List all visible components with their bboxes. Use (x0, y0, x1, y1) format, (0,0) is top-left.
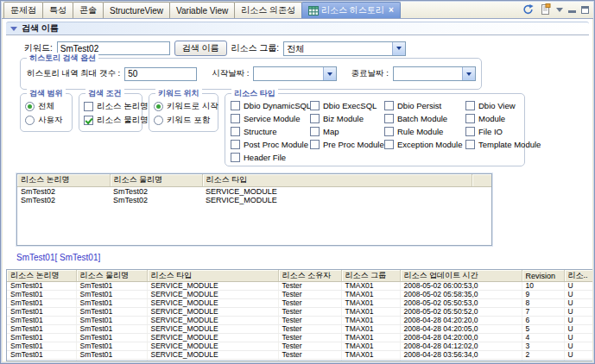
view-tab[interactable]: 특성 (42, 2, 73, 18)
checkbox-icon (84, 116, 93, 125)
search-scope-title: 검색 범위 (27, 88, 66, 99)
table-row[interactable]: SmTest01 SmTest01 SERVICE_MODULE Tester … (7, 334, 592, 342)
cell-logical-name: SmTest01 (7, 325, 76, 334)
table-row[interactable]: SmTest01 SmTest01 SERVICE_MODULE Tester … (7, 291, 592, 299)
column-header[interactable]: 리소스 업데이트 시간 (400, 270, 522, 282)
checkbox-option[interactable]: File IO (465, 127, 535, 136)
checkbox-option[interactable]: Dbio Persist (384, 101, 462, 110)
cell-physical-name: SmTest01 (76, 334, 147, 342)
maximize-icon[interactable] (581, 6, 589, 14)
checkbox-option[interactable]: Pre Proc Module (310, 140, 381, 149)
view-tab[interactable]: 리소스 히스토리 × (301, 2, 401, 18)
checkbox-option[interactable]: Map (310, 127, 381, 136)
cell-physical-name: SmTest02 (110, 196, 202, 204)
view-tab[interactable]: 콘솔 (73, 2, 104, 18)
radio-option[interactable]: 키워드 포함 (154, 115, 213, 126)
checkbox-option[interactable]: Service Module (231, 114, 307, 123)
column-header[interactable]: 리소스 논리명 (17, 174, 110, 186)
column-header[interactable]: 리소.. (564, 270, 592, 282)
radio-option[interactable]: 사용자 (25, 115, 67, 126)
view-tab[interactable]: Variable View (169, 2, 235, 18)
radio-option[interactable]: 전체 (25, 101, 67, 112)
table-row[interactable]: SmTest01 SmTest01 SERVICE_MODULE Tester … (7, 351, 592, 360)
column-header[interactable]: 리소스 타입 (202, 174, 472, 186)
cell-physical-name: SmTest01 (76, 291, 147, 299)
refresh-icon[interactable] (522, 3, 535, 16)
view-menu-icon[interactable] (556, 8, 563, 12)
checkbox-option[interactable]: Structure (231, 127, 307, 136)
history-options-title: 히스토리 검색 옵션 (27, 53, 98, 64)
option-label: Header File (244, 153, 286, 162)
collapse-chevron-icon[interactable] (10, 27, 17, 31)
table-row[interactable]: SmTest01 SmTest01 SERVICE_MODULE Tester … (7, 325, 592, 334)
checkbox-icon (384, 101, 394, 110)
cell-owner: Tester (278, 291, 341, 299)
table-row[interactable]: SmTest01 SmTest01 SERVICE_MODULE Tester … (7, 317, 592, 325)
column-header[interactable] (472, 174, 491, 186)
checkbox-option[interactable]: Dbio View (465, 101, 535, 110)
table-row[interactable]: SmTest02 SmTest02 SERVICE_MODULE (17, 186, 491, 196)
cell-updated-time: 2008-04-28 04:20:05,0 (400, 325, 522, 334)
column-header[interactable]: 리소스 그룹 (341, 270, 400, 282)
table-row[interactable]: SmTest01 SmTest01 SERVICE_MODULE Tester … (7, 299, 592, 308)
checkbox-option[interactable]: Dbio DynamicSQL (231, 101, 307, 110)
cell-logical-name: SmTest01 (7, 351, 76, 360)
history-options-group: 히스토리 검색 옵션 히스토리 내역 최대 갯수 : 시작날짜 : 종료날짜 : (20, 58, 482, 90)
checkbox-option[interactable]: Batch Module (384, 114, 462, 123)
close-icon[interactable]: × (387, 6, 394, 15)
resource-type-options: Dbio DynamicSQL Dbio ExecSQL Dbio Persis… (225, 94, 524, 166)
section-title: 검색 이름 (22, 22, 59, 35)
cell-logical-name: SmTest02 (17, 196, 110, 204)
table-row[interactable]: SmTest01 SmTest01 SERVICE_MODULE Tester … (7, 360, 592, 362)
cell-updated-time: 2008-04-28 04:12:02,0 (400, 342, 522, 351)
cell-physical-name: SmTest01 (76, 282, 147, 291)
checkbox-option[interactable]: Biz Module (310, 114, 381, 123)
checkbox-option[interactable]: Exception Module (384, 140, 462, 149)
column-header[interactable]: 리소스 물리명 (110, 174, 202, 186)
column-header[interactable]: 리소스 타입 (147, 270, 278, 282)
end-date-select[interactable] (393, 66, 476, 81)
link-with-editor-icon[interactable] (540, 3, 551, 16)
checkbox-option[interactable]: Post Proc Module (231, 140, 307, 149)
minimize-icon[interactable] (568, 6, 576, 13)
view-tab[interactable]: StructureView (103, 2, 170, 18)
keyword-position-options: 키워드로 시작 키워드 포함 (149, 101, 218, 126)
cell-empty (472, 186, 491, 196)
dropdown-arrow-icon[interactable] (323, 67, 336, 80)
table-row[interactable]: SmTest01 SmTest01 SERVICE_MODULE Tester … (7, 308, 592, 317)
dropdown-arrow-icon[interactable] (392, 42, 405, 55)
option-label: Post Proc Module (244, 140, 308, 149)
cell-owner: Tester (278, 342, 341, 351)
start-date-select[interactable] (253, 66, 336, 81)
column-header[interactable]: 리소스 소유자 (278, 270, 341, 282)
history-header-row: 리소스 논리명리소스 물리명리소스 타입리소스 소유자리소스 그룹리소스 업데이… (7, 270, 592, 282)
resource-group-select[interactable]: 전체 (283, 41, 406, 56)
radio-option[interactable]: 키워드로 시작 (154, 101, 213, 112)
checkbox-option[interactable]: 리소스 물리명 (84, 115, 137, 126)
cell-group: TMAX01 (341, 308, 400, 317)
cell-group: TMAX01 (341, 282, 400, 291)
table-row[interactable]: SmTest01 SmTest01 SERVICE_MODULE Tester … (7, 282, 592, 291)
checkbox-option[interactable]: Module (465, 114, 535, 123)
cell-resource-type: SERVICE_MODULE (147, 325, 278, 334)
search-name-button[interactable]: 검색 이름 (174, 41, 227, 56)
checkbox-option[interactable]: Dbio ExecSQL (310, 101, 381, 110)
cell-physical-name: SmTest01 (76, 325, 147, 334)
column-header[interactable]: 리소스 물리명 (76, 270, 147, 282)
max-count-input[interactable] (124, 67, 197, 81)
tab-label: 문제점 (10, 4, 36, 16)
table-row[interactable]: SmTest01 SmTest01 SERVICE_MODULE Tester … (7, 342, 592, 351)
cell-owner: Tester (278, 360, 341, 362)
dropdown-arrow-icon[interactable] (462, 67, 475, 80)
checkbox-option[interactable]: Header File (231, 153, 307, 162)
view-tab[interactable]: 리소스 의존성 (234, 2, 302, 18)
cell-group: TMAX01 (341, 291, 400, 299)
table-row[interactable]: SmTest02 SmTest02 SERVICE_MODULE (17, 196, 491, 204)
column-header[interactable]: Revision (522, 270, 564, 282)
search-scope-group: 검색 범위 전체 사용자 (20, 93, 73, 132)
checkbox-option[interactable]: Rule Module (384, 127, 462, 136)
column-header[interactable]: 리소스 논리명 (7, 270, 76, 282)
checkbox-option[interactable]: Template Module (465, 140, 535, 149)
view-tab[interactable]: 문제점 (3, 2, 43, 18)
checkbox-option[interactable]: 리소스 논리명 (84, 101, 137, 112)
